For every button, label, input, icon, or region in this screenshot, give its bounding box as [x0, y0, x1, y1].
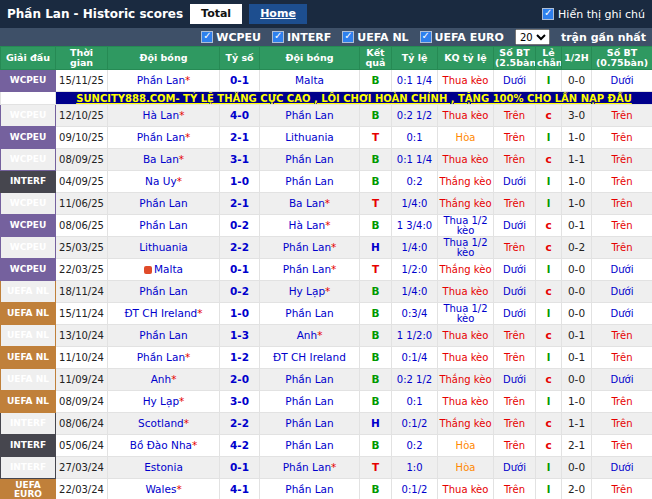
score-cell[interactable]: 4-1 [220, 479, 260, 499]
home-team-link[interactable]: Phần Lan [139, 197, 187, 209]
score-cell[interactable]: 1-2 [220, 347, 260, 369]
league-cell: INTERF [1, 413, 56, 435]
date-cell: 13/10/24 [56, 325, 108, 347]
home-team-link[interactable]: Ba Lan [143, 153, 179, 165]
odd-even-cell: c [536, 215, 562, 237]
score-cell[interactable]: 0-1 [220, 259, 260, 281]
away-team-link[interactable]: Phần Lan [285, 483, 333, 495]
league-filter-wcpeu-checkbox[interactable] [201, 31, 213, 43]
handicap-odds-cell: 1/4:0 [392, 193, 438, 215]
odds-result-cell: Thua kèo [438, 325, 494, 347]
result-letter-cell: B [360, 435, 392, 457]
home-team-link[interactable]: Hà Lan [143, 109, 180, 121]
date-cell: 11/09/24 [56, 369, 108, 391]
score-cell[interactable]: 3-1 [220, 149, 260, 171]
handicap-odds-cell: 0:2 1/2 [392, 105, 438, 127]
away-team-link[interactable]: Anh [297, 329, 318, 341]
league-filter-uefa-nl-label: UEFA NL [357, 31, 408, 44]
result-letter-cell: B [360, 391, 392, 413]
score-cell[interactable]: 2-1 [220, 193, 260, 215]
home-team-link[interactable]: Phần Lan [139, 219, 187, 231]
home-team-link[interactable]: Estonia [144, 461, 183, 473]
away-team-link[interactable]: Phần Lan [285, 109, 333, 121]
away-team-link[interactable]: Phần Lan [285, 153, 333, 165]
score-cell[interactable]: 4-2 [220, 435, 260, 457]
tab-total[interactable]: Total [190, 4, 242, 24]
away-team-link[interactable]: Lithuania [285, 131, 334, 143]
match-row: UEFA EURO22/03/24Wales*4-1Phần LanB0:1/2… [1, 479, 652, 499]
half-time-score-cell: 0-1 [562, 347, 592, 369]
away-team-link[interactable]: ĐT CH Ireland [273, 351, 346, 363]
home-team-link[interactable]: Lithuania [139, 241, 188, 253]
home-team-link[interactable]: Phần Lan [137, 351, 185, 363]
home-team-link[interactable]: Phần Lan [137, 131, 185, 143]
result-letter-cell: B [360, 70, 392, 92]
home-team-link[interactable]: ĐT CH Ireland [124, 307, 197, 319]
odds-result-cell: Thua kèo [438, 281, 494, 303]
away-team-cell: Ba Lan* [260, 193, 360, 215]
odd-even-cell: l [536, 259, 562, 281]
score-cell[interactable]: 3-0 [220, 391, 260, 413]
date-cell: 09/10/25 [56, 127, 108, 149]
league-cell: WCPEU [1, 193, 56, 215]
score-cell[interactable]: 2-2 [220, 413, 260, 435]
league-filter-interf-checkbox[interactable] [272, 31, 284, 43]
score-cell[interactable]: 0-1 [220, 70, 260, 92]
away-team-link[interactable]: Phần Lan [285, 439, 333, 451]
home-team-link[interactable]: Anh [151, 373, 172, 385]
promo-banner-link[interactable]: SUNCITY888.COM- TỶ LỆ THẮNG CỰC CAO , LỐ… [56, 92, 652, 105]
over-under-075-cell: Trên [592, 347, 652, 369]
over-under-25-cell: Trên [494, 193, 536, 215]
title-bar: Phần Lan - Historic scores Total Home Hi… [0, 0, 652, 28]
away-team-link[interactable]: Phần Lan [285, 395, 333, 407]
show-notes-checkbox[interactable] [542, 8, 554, 20]
score-cell[interactable]: 1-0 [220, 303, 260, 325]
away-team-link[interactable]: Phần Lan [285, 417, 333, 429]
away-team-link[interactable]: Phần Lan [285, 175, 333, 187]
score-cell[interactable]: 1-0 [220, 171, 260, 193]
home-team-link[interactable]: Bồ Đào Nha [130, 439, 192, 451]
score-cell[interactable]: 0-1 [220, 457, 260, 479]
half-time-score-cell: 2-0 [562, 479, 592, 499]
home-team-link[interactable]: Phần Lan [139, 285, 187, 297]
away-team-link[interactable]: Phần Lan [285, 373, 333, 385]
league-filter-uefa-nl-checkbox[interactable] [342, 31, 354, 43]
score-cell[interactable]: 4-0 [220, 105, 260, 127]
away-team-link[interactable]: Ba Lan [289, 197, 325, 209]
away-team-cell: Phần Lan* [260, 237, 360, 259]
away-team-link[interactable]: Hy Lạp [289, 285, 325, 297]
home-team-link[interactable]: Wales [145, 483, 176, 495]
half-time-score-cell: 0-0 [562, 281, 592, 303]
away-team-link[interactable]: Hà Lan [289, 219, 326, 231]
away-team-link[interactable]: Malta [295, 74, 324, 86]
favorite-star-icon: * [176, 483, 181, 495]
away-team-link[interactable]: Phần Lan [283, 461, 331, 473]
score-cell[interactable]: 2-2 [220, 237, 260, 259]
favorite-star-icon: * [325, 219, 330, 231]
match-count-select[interactable]: 20 [515, 29, 550, 45]
odds-result-cell: Thắng kèo [438, 413, 494, 435]
home-team-link[interactable]: Scotland [138, 417, 184, 429]
home-team-link[interactable]: Phần Lan [137, 74, 185, 86]
odd-even-cell: l [536, 193, 562, 215]
league-filter-uefa-euro-checkbox[interactable] [420, 31, 432, 43]
tab-home[interactable]: Home [249, 4, 307, 24]
away-team-link[interactable]: Phần Lan [283, 241, 331, 253]
score-cell[interactable]: 2-1 [220, 127, 260, 149]
half-time-score-cell: 0-0 [562, 457, 592, 479]
favorite-star-icon: * [331, 241, 336, 253]
score-cell[interactable]: 2-0 [220, 369, 260, 391]
score-cell[interactable]: 0-2 [220, 281, 260, 303]
away-team-link[interactable]: Phần Lan [283, 263, 331, 275]
home-team-link[interactable]: Na Uy [145, 175, 177, 187]
odds-result-cell: Thua kèo [438, 347, 494, 369]
score-cell[interactable]: 1-3 [220, 325, 260, 347]
home-team-link[interactable]: Phần Lan [139, 329, 187, 341]
odds-result-cell: Thua kèo [438, 70, 494, 92]
home-team-cell: Wales* [108, 479, 220, 499]
score-cell[interactable]: 0-2 [220, 215, 260, 237]
away-team-link[interactable]: Phần Lan [285, 307, 333, 319]
home-team-link[interactable]: Malta [154, 263, 183, 275]
home-team-link[interactable]: Hy Lạp [143, 395, 179, 407]
home-team-cell: Phần Lan* [108, 70, 220, 92]
